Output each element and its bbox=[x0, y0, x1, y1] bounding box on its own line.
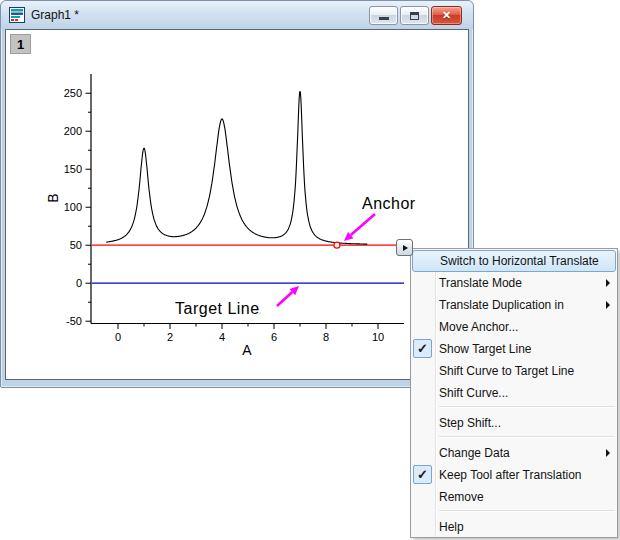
menu-separator bbox=[439, 436, 615, 438]
menu-item[interactable]: Show Target Line ✓ bbox=[411, 338, 617, 360]
layer-badge[interactable]: 1 bbox=[10, 34, 31, 54]
graph-client-area bbox=[5, 29, 469, 380]
submenu-arrow-icon bbox=[606, 279, 610, 287]
menu-item-label: Move Anchor... bbox=[439, 320, 518, 334]
menu-item-label: Step Shift... bbox=[439, 416, 501, 430]
context-menu: Switch to Horizontal Translate Translate… bbox=[410, 248, 618, 538]
menu-item[interactable]: Shift Curve... bbox=[411, 382, 617, 404]
menu-item-label: Keep Tool after Translation bbox=[439, 468, 582, 482]
menu-item-label: Show Target Line bbox=[439, 342, 532, 356]
menu-item[interactable]: Help bbox=[411, 516, 617, 538]
menu-item-label: Shift Curve to Target Line bbox=[439, 364, 574, 378]
menu-item-label: Help bbox=[439, 520, 464, 534]
menu-item[interactable]: Move Anchor... bbox=[411, 316, 617, 338]
flyout-arrow-icon bbox=[403, 245, 408, 251]
menu-item[interactable]: Keep Tool after Translation ✓ bbox=[411, 464, 617, 486]
menu-item[interactable]: Shift Curve to Target Line bbox=[411, 360, 617, 382]
close-button[interactable]: ✕ bbox=[431, 6, 462, 25]
origin-graph-icon bbox=[9, 7, 25, 23]
minimize-button[interactable] bbox=[369, 6, 398, 25]
menu-item[interactable]: Remove bbox=[411, 486, 617, 508]
submenu-arrow-icon bbox=[606, 449, 610, 457]
menu-item-label: Switch to Horizontal Translate bbox=[440, 254, 599, 268]
menu-separator bbox=[439, 406, 615, 408]
menu-separator bbox=[439, 510, 615, 512]
window-controls: ✕ bbox=[369, 6, 462, 25]
menu-item-label: Translate Mode bbox=[439, 276, 522, 290]
menu-item-label: Translate Duplication in bbox=[439, 298, 564, 312]
menu-item[interactable]: Translate Mode bbox=[411, 272, 617, 294]
submenu-arrow-icon bbox=[606, 301, 610, 309]
close-icon: ✕ bbox=[442, 10, 451, 21]
minimize-icon bbox=[379, 17, 389, 20]
restore-button[interactable] bbox=[400, 6, 429, 25]
restore-icon bbox=[410, 12, 419, 20]
graph-window: Graph1 * ✕ 1 -500501001502002500246810BA… bbox=[0, 0, 474, 388]
checkmark-icon: ✓ bbox=[413, 339, 432, 358]
menu-item-label: Change Data bbox=[439, 446, 510, 460]
menu-item-label: Shift Curve... bbox=[439, 386, 508, 400]
checkmark-icon: ✓ bbox=[413, 465, 432, 484]
menu-item[interactable]: Translate Duplication in bbox=[411, 294, 617, 316]
translate-tool-flyout-button[interactable] bbox=[396, 239, 413, 256]
menu-item-label: Remove bbox=[439, 490, 484, 504]
window-title: Graph1 * bbox=[31, 8, 79, 22]
menu-item[interactable]: Switch to Horizontal Translate bbox=[412, 250, 616, 272]
menu-item[interactable]: Step Shift... bbox=[411, 412, 617, 434]
window-titlebar[interactable]: Graph1 * ✕ bbox=[1, 1, 473, 29]
menu-item[interactable]: Change Data bbox=[411, 442, 617, 464]
desktop: Graph1 * ✕ 1 -500501001502002500246810BA… bbox=[0, 0, 620, 540]
